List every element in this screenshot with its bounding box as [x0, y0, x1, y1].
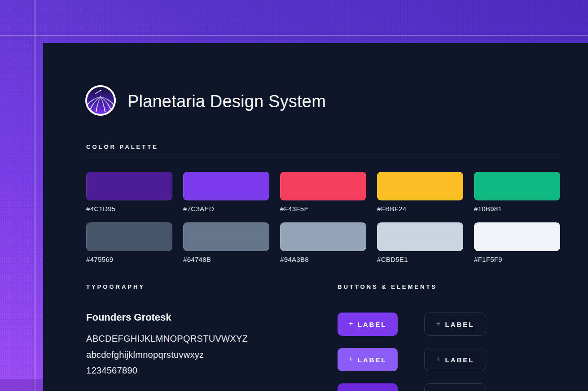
buttons-elements-divider — [338, 298, 560, 298]
label-button-outline[interactable]: + LABEL — [424, 383, 486, 391]
plus-icon: + — [349, 319, 353, 328]
page-title: Planetaria Design System — [127, 91, 326, 112]
plus-icon: + — [436, 319, 441, 328]
numerals-sample: 1234567890 — [86, 365, 137, 376]
color-swatch-fill — [377, 172, 463, 200]
label-button-filled[interactable]: + LABEL — [338, 313, 398, 336]
color-swatch-hex: #10B981 — [474, 205, 560, 213]
alphabet-uppercase: ABCDEFGHIJKLMNOPQRSTUVWXYZ — [86, 334, 248, 344]
button-row: + LABEL + LABEL — [338, 313, 486, 336]
color-swatch: #64748B — [183, 222, 269, 263]
color-swatch-fill — [183, 222, 269, 251]
font-name: Founders Grotesk — [86, 312, 171, 323]
color-swatch: #4C1D95 — [86, 172, 172, 213]
typography-divider — [86, 298, 309, 298]
color-swatch-fill — [280, 172, 366, 200]
label-button-filled[interactable]: + LABEL — [338, 383, 398, 391]
button-label: LABEL — [445, 321, 474, 328]
color-swatch-hex: #F43F5E — [280, 205, 366, 213]
color-palette-divider — [86, 157, 560, 157]
color-swatch-fill — [86, 222, 172, 251]
color-swatch-fill — [183, 172, 269, 200]
color-swatch-fill — [377, 222, 463, 251]
plus-icon: + — [349, 355, 353, 364]
color-palette-heading: COLOR PALETTE — [86, 143, 158, 150]
button-row: + LABEL + LABEL — [338, 348, 486, 371]
button-examples: + LABEL + LABEL + LABEL + LABEL + LABEL — [338, 313, 486, 391]
color-swatch: #F43F5E — [280, 172, 366, 213]
button-row: + LABEL + LABEL — [338, 383, 486, 391]
button-label: LABEL — [357, 321, 386, 328]
color-swatch: #7C3AED — [183, 172, 269, 213]
color-swatch-fill — [86, 172, 172, 200]
typography-heading: TYPOGRAPHY — [86, 283, 145, 290]
planetaria-logo-icon — [85, 85, 116, 116]
color-swatch: #10B981 — [474, 172, 560, 213]
horizontal-guide-line — [0, 35, 588, 36]
buttons-elements-heading: BUTTONS & ELEMENTS — [338, 283, 437, 290]
color-swatch: #CBD5E1 — [377, 222, 463, 263]
color-swatch-hex: #CBD5E1 — [377, 256, 463, 263]
color-swatch: #FBBF24 — [377, 172, 463, 213]
plus-icon: + — [436, 355, 441, 364]
color-swatch-hex: #475569 — [86, 256, 172, 263]
color-swatch: #F1F5F9 — [474, 222, 560, 263]
color-swatch-fill — [474, 172, 560, 200]
color-swatch-fill — [474, 222, 560, 251]
color-swatch-hex: #4C1D95 — [86, 205, 172, 213]
color-swatch-hex: #94A3B8 — [280, 256, 366, 263]
alphabet-lowercase: abcdefghijklmnopqrstuvwxyz — [86, 350, 204, 360]
color-swatch: #94A3B8 — [280, 222, 366, 263]
color-swatch-hex: #7C3AED — [183, 205, 269, 213]
color-swatch-fill — [280, 222, 366, 251]
color-swatch: #475569 — [86, 222, 172, 263]
color-swatch-hex: #FBBF24 — [377, 205, 463, 213]
button-label: LABEL — [445, 356, 474, 364]
color-swatch-hex: #64748B — [183, 256, 269, 263]
color-swatch-grid: #4C1D95 #7C3AED #F43F5E #FBBF24 #10B981 … — [86, 172, 560, 263]
design-system-panel: Planetaria Design System COLOR PALETTE #… — [43, 43, 588, 391]
color-swatch-hex: #F1F5F9 — [474, 256, 560, 263]
bottom-accent-band — [0, 379, 43, 391]
button-label: LABEL — [357, 356, 386, 364]
label-button-outline[interactable]: + LABEL — [424, 348, 486, 371]
label-button-outline[interactable]: + LABEL — [424, 313, 486, 336]
label-button-filled[interactable]: + LABEL — [338, 348, 398, 371]
vertical-guide-line — [35, 0, 35, 391]
